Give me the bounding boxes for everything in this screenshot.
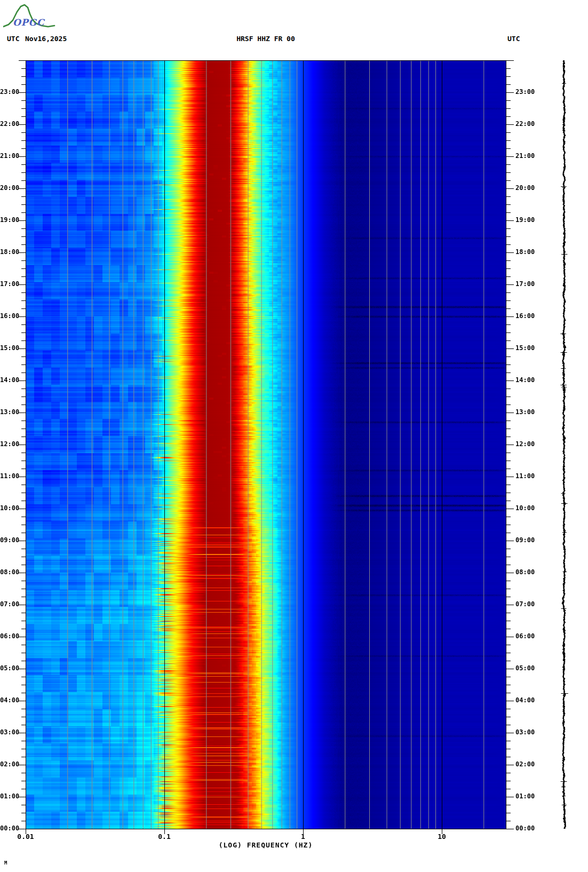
time-label-left: 11:00 xyxy=(0,472,18,480)
time-label-left: 16:00 xyxy=(0,312,18,320)
freq-tick-label: 10 xyxy=(420,833,463,841)
time-label-right: 11:00 xyxy=(515,472,541,480)
seismic-spectrogram-page: OPGC UTC Nov16,2025 HRSF HHZ FR 00 UTC 0… xyxy=(0,0,588,872)
time-label-left: 13:00 xyxy=(0,408,18,416)
time-label-left: 12:00 xyxy=(0,440,18,448)
time-label-right: 13:00 xyxy=(515,408,541,416)
time-label-right: 18:00 xyxy=(515,248,541,256)
time-label-left: 04:00 xyxy=(0,696,18,704)
time-label-left: 20:00 xyxy=(0,184,18,192)
time-label-right: 20:00 xyxy=(515,184,541,192)
time-label-right: 03:00 xyxy=(515,728,541,736)
time-label-left: 05:00 xyxy=(0,664,18,672)
time-label-left: 18:00 xyxy=(0,248,18,256)
time-label-right: 23:00 xyxy=(515,88,541,96)
corner-mark: M xyxy=(4,860,7,866)
time-label-right: 08:00 xyxy=(515,568,541,576)
time-label-right: 17:00 xyxy=(515,280,541,288)
time-label-right: 02:00 xyxy=(515,760,541,768)
spectrogram-canvas xyxy=(0,0,588,872)
time-label-left: 03:00 xyxy=(0,728,18,736)
time-label-left: 00:00 xyxy=(0,825,18,832)
time-label-right: 12:00 xyxy=(515,440,541,448)
time-label-left: 01:00 xyxy=(0,792,18,800)
time-label-right: 22:00 xyxy=(515,120,541,128)
time-label-right: 16:00 xyxy=(515,312,541,320)
time-label-right: 04:00 xyxy=(515,696,541,704)
time-label-right: 06:00 xyxy=(515,632,541,640)
freq-tick-label: 1 xyxy=(282,833,324,841)
time-label-left: 07:00 xyxy=(0,600,18,608)
time-label-left: 21:00 xyxy=(0,152,18,160)
time-label-left: 06:00 xyxy=(0,632,18,640)
time-label-right: 19:00 xyxy=(515,216,541,224)
time-label-left: 15:00 xyxy=(0,344,18,352)
freq-tick-label: 0.1 xyxy=(143,833,186,841)
time-label-left: 14:00 xyxy=(0,376,18,384)
time-label-right: 10:00 xyxy=(515,504,541,512)
time-label-left: 17:00 xyxy=(0,280,18,288)
x-axis-label: (LOG) FREQUENCY (HZ) xyxy=(26,841,506,849)
time-label-right: 09:00 xyxy=(515,536,541,544)
time-label-right: 05:00 xyxy=(515,664,541,672)
time-label-right: 14:00 xyxy=(515,376,541,384)
time-label-right: 00:00 xyxy=(515,825,541,832)
time-label-left: 09:00 xyxy=(0,536,18,544)
time-label-right: 07:00 xyxy=(515,600,541,608)
time-label-left: 22:00 xyxy=(0,120,18,128)
time-label-left: 10:00 xyxy=(0,504,18,512)
time-label-right: 21:00 xyxy=(515,152,541,160)
freq-tick-label: 0.01 xyxy=(4,833,47,841)
time-label-right: 15:00 xyxy=(515,344,541,352)
time-label-left: 08:00 xyxy=(0,568,18,576)
time-label-left: 19:00 xyxy=(0,216,18,224)
time-label-right: 01:00 xyxy=(515,792,541,800)
time-label-left: 23:00 xyxy=(0,88,18,96)
time-label-left: 02:00 xyxy=(0,760,18,768)
